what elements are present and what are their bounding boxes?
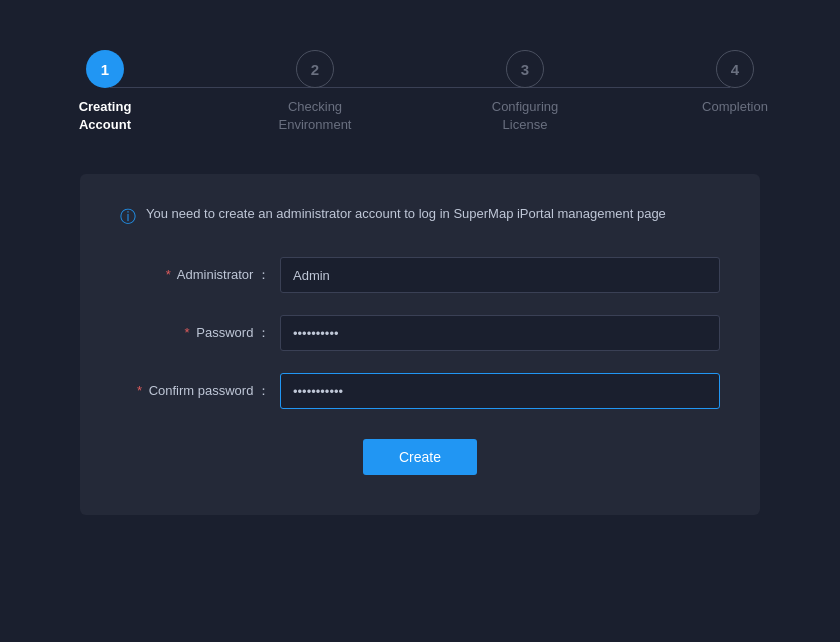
step-circle-1: 1	[86, 50, 124, 88]
required-star-password: *	[185, 325, 190, 340]
step-3: 3 Configuring License	[480, 50, 570, 134]
info-banner: ⓘ You need to create an administrator ac…	[120, 204, 720, 229]
password-label: * Password ：	[120, 324, 280, 342]
password-row: * Password ：	[120, 315, 720, 351]
required-star-admin: *	[166, 267, 171, 282]
create-button[interactable]: Create	[363, 439, 477, 475]
password-input[interactable]	[280, 315, 720, 351]
step-label-1: Creating Account	[79, 98, 132, 134]
admin-label: * Administrator ：	[120, 266, 280, 284]
confirm-row: * Confirm password ：	[120, 373, 720, 409]
stepper-line	[110, 87, 730, 88]
step-2: 2 Checking Environment	[270, 50, 360, 134]
confirm-password-input[interactable]	[280, 373, 720, 409]
step-label-2: Checking Environment	[279, 98, 352, 134]
stepper: 1 Creating Account 2 Checking Environmen…	[0, 0, 840, 164]
step-4: 4 Completion	[690, 50, 780, 116]
setup-card: ⓘ You need to create an administrator ac…	[80, 174, 760, 515]
required-star-confirm: *	[137, 383, 142, 398]
confirm-label: * Confirm password ：	[120, 382, 280, 400]
admin-row: * Administrator ：	[120, 257, 720, 293]
info-text: You need to create an administrator acco…	[146, 204, 666, 224]
step-label-3: Configuring License	[492, 98, 559, 134]
step-1: 1 Creating Account	[60, 50, 150, 134]
step-label-4: Completion	[702, 98, 768, 116]
step-circle-4: 4	[716, 50, 754, 88]
admin-input[interactable]	[280, 257, 720, 293]
step-circle-2: 2	[296, 50, 334, 88]
step-circle-3: 3	[506, 50, 544, 88]
info-icon: ⓘ	[120, 205, 136, 229]
create-btn-row: Create	[120, 439, 720, 475]
